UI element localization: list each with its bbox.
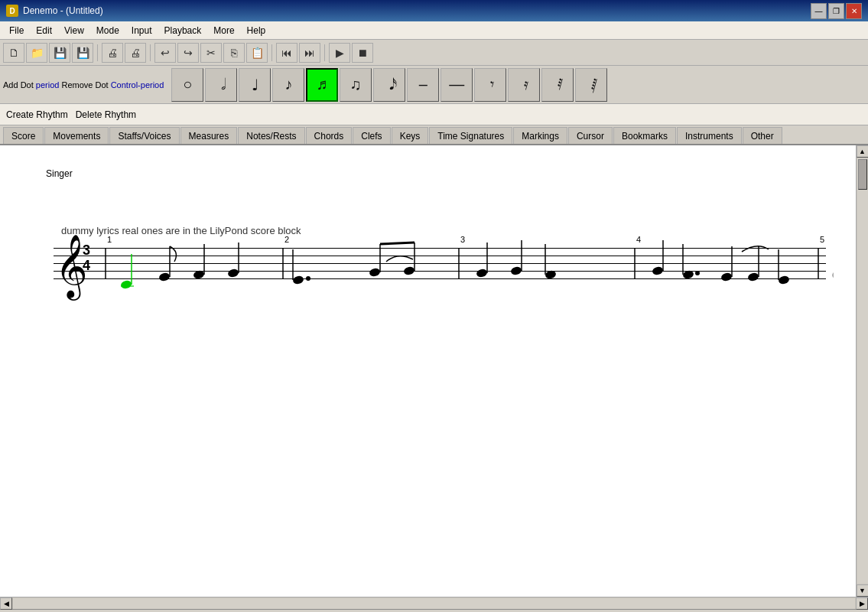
menu-item-view[interactable]: View bbox=[58, 24, 90, 37]
maximize-button[interactable]: ❐ bbox=[828, 3, 844, 19]
menu-item-playback[interactable]: Playback bbox=[158, 24, 208, 37]
end-button[interactable]: ⏭ bbox=[299, 43, 320, 63]
tab-chords[interactable]: Chords bbox=[306, 127, 353, 144]
svg-point-38 bbox=[720, 272, 733, 282]
menu-item-file[interactable]: File bbox=[3, 24, 30, 37]
thirty-second-note-button[interactable]: ♫ bbox=[340, 68, 372, 102]
eighth-rest-button[interactable]: 𝄾 bbox=[474, 68, 506, 102]
add-dot-label: Add Dot bbox=[3, 80, 36, 90]
note-toolbar: Add Dot period Remove Dot Control-period… bbox=[0, 66, 868, 104]
remove-dot-key[interactable]: Control-period bbox=[111, 80, 164, 90]
scroll-up-button[interactable]: ▲ bbox=[857, 145, 869, 158]
tab-other[interactable]: Other bbox=[743, 127, 782, 144]
copy-button[interactable]: ⎘ bbox=[223, 43, 245, 63]
toolbar: 🗋📁💾💾🖨🖨↩↪✂⎘📋⏮⏭▶⏹ bbox=[0, 40, 868, 66]
menu-bar: FileEditViewModeInputPlaybackMoreHelp bbox=[0, 21, 868, 40]
paste-button[interactable]: 📋 bbox=[246, 43, 268, 63]
print2-button[interactable]: 🖨 bbox=[125, 43, 146, 63]
open-folder-button[interactable]: 📁 bbox=[26, 43, 47, 63]
scroll-track[interactable] bbox=[857, 158, 868, 584]
open-button[interactable]: 💾 bbox=[49, 43, 70, 63]
tab-measures[interactable]: Measures bbox=[180, 127, 238, 144]
start-button[interactable]: ⏮ bbox=[276, 43, 297, 63]
svg-text:4: 4 bbox=[636, 235, 641, 244]
quarter-note-button[interactable]: ♩ bbox=[239, 68, 271, 102]
print-button[interactable]: 🖨 bbox=[102, 43, 123, 63]
tab-instruments[interactable]: Instruments bbox=[677, 127, 742, 144]
scroll-left-button[interactable]: ◀ bbox=[0, 597, 12, 610]
tab-notes-rests[interactable]: Notes/Rests bbox=[238, 127, 304, 144]
remove-dot-label: Remove Dot bbox=[61, 80, 110, 90]
svg-text:1: 1 bbox=[107, 235, 112, 244]
tab-time-signatures[interactable]: Time Signatures bbox=[429, 127, 512, 144]
undo-button[interactable]: ↩ bbox=[154, 43, 176, 63]
toolbar-separator-0 bbox=[97, 44, 98, 61]
svg-point-42 bbox=[778, 275, 790, 285]
window-title: Denemo - (Untitled) bbox=[23, 5, 103, 16]
delete-rhythm-button[interactable]: Delete Rhythm bbox=[76, 109, 136, 120]
add-dot-key[interactable]: period bbox=[36, 80, 60, 90]
vertical-scrollbar[interactable]: ▲ ▼ bbox=[856, 145, 868, 597]
staff-container: 𝄞 3 4 1 2 3 4 bbox=[23, 225, 834, 317]
svg-point-21 bbox=[306, 276, 310, 281]
app-icon: D bbox=[6, 5, 18, 17]
tab-movements[interactable]: Movements bbox=[44, 127, 109, 144]
menu-item-mode[interactable]: Mode bbox=[90, 24, 125, 37]
eighth-note-button[interactable]: ♪ bbox=[272, 68, 304, 102]
menu-item-more[interactable]: More bbox=[207, 24, 240, 37]
svg-line-26 bbox=[380, 243, 414, 244]
svg-point-37 bbox=[695, 271, 700, 275]
tab-cursor[interactable]: Cursor bbox=[568, 127, 613, 144]
menu-item-input[interactable]: Input bbox=[125, 24, 158, 37]
create-rhythm-button[interactable]: Create Rhythm bbox=[6, 109, 68, 120]
thirty-second-rest-button[interactable]: 𝅀 bbox=[541, 68, 574, 102]
tab-bookmarks[interactable]: Bookmarks bbox=[613, 127, 676, 144]
h-scroll-track[interactable] bbox=[13, 598, 855, 609]
svg-text:2: 2 bbox=[284, 235, 289, 244]
half-rest-button[interactable]: — bbox=[441, 68, 473, 102]
svg-point-13 bbox=[158, 272, 171, 282]
svg-text:3: 3 bbox=[460, 235, 465, 244]
sixteenth-note-button[interactable]: ♬ bbox=[306, 68, 338, 102]
scroll-right-button[interactable]: ▶ bbox=[856, 597, 868, 610]
svg-point-24 bbox=[403, 265, 415, 275]
svg-point-29 bbox=[510, 265, 522, 275]
svg-point-19 bbox=[292, 275, 304, 285]
tab-bar: ScoreMovementsStaffs/VoicesMeasuresNotes… bbox=[0, 125, 868, 145]
score-area[interactable]: Singer 𝄞 3 4 bbox=[0, 145, 856, 597]
main-area: Singer 𝄞 3 4 bbox=[0, 145, 868, 597]
toolbar-separator-2 bbox=[271, 44, 272, 61]
title-bar-left: D Denemo - (Untitled) bbox=[6, 5, 103, 17]
svg-point-35 bbox=[682, 269, 694, 279]
notation-svg: 1 2 3 4 5 bbox=[23, 225, 834, 317]
minimize-button[interactable]: — bbox=[811, 3, 827, 19]
tab-keys[interactable]: Keys bbox=[392, 127, 429, 144]
scroll-down-button[interactable]: ▼ bbox=[857, 584, 869, 597]
status-bar: Note bbox=[0, 609, 868, 612]
tab-clefs[interactable]: Clefs bbox=[353, 127, 390, 144]
menu-item-help[interactable]: Help bbox=[241, 24, 272, 37]
new-button[interactable]: 🗋 bbox=[3, 43, 24, 63]
stop-button[interactable]: ⏹ bbox=[352, 43, 373, 63]
quarter-rest-button[interactable]: – bbox=[407, 68, 439, 102]
tab-score[interactable]: Score bbox=[3, 127, 44, 144]
save-button[interactable]: 💾 bbox=[72, 43, 93, 63]
tab-staffs-voices[interactable]: Staffs/Voices bbox=[109, 127, 179, 144]
sixty-fourth-note-button[interactable]: 𝅘𝅥𝅯 bbox=[373, 68, 405, 102]
svg-point-40 bbox=[747, 272, 759, 282]
svg-point-17 bbox=[227, 268, 239, 278]
menu-item-edit[interactable]: Edit bbox=[30, 24, 58, 37]
sixteenth-rest-button[interactable]: 𝄿 bbox=[508, 68, 540, 102]
rhythm-bar: Create Rhythm Delete Rhythm bbox=[0, 104, 868, 125]
window-controls: — ❐ ✕ bbox=[811, 3, 862, 19]
scroll-thumb[interactable] bbox=[858, 159, 867, 190]
half-note-button[interactable]: 𝅗𝅥 bbox=[205, 68, 237, 102]
play-button[interactable]: ▶ bbox=[329, 43, 350, 63]
cut-button[interactable]: ✂ bbox=[200, 43, 222, 63]
horizontal-scrollbar[interactable]: ◀ ▶ bbox=[0, 597, 868, 609]
close-button[interactable]: ✕ bbox=[846, 3, 862, 19]
tab-markings[interactable]: Markings bbox=[513, 127, 567, 144]
sixty-fourth-rest-button[interactable]: 𝅁 bbox=[575, 68, 607, 102]
redo-button[interactable]: ↪ bbox=[177, 43, 199, 63]
whole-note-button[interactable]: ○ bbox=[171, 68, 203, 102]
